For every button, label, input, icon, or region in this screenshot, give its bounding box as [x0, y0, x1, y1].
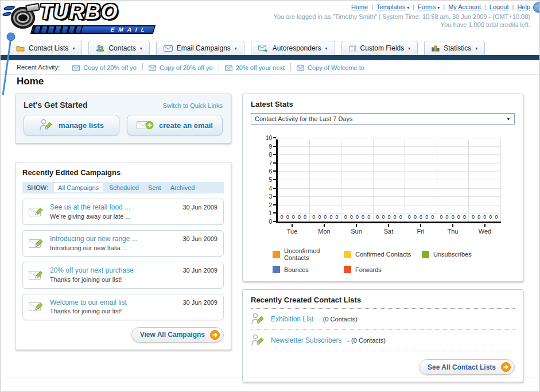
content-bottom-divider	[5, 378, 535, 378]
view-all-campaigns-button[interactable]: View All Campaigns	[131, 327, 224, 343]
bar-value-label: 0	[463, 214, 466, 220]
contact-list-link[interactable]: Exhibition List	[271, 315, 313, 323]
logo-subtitle: EMAIL	[110, 26, 149, 33]
activity-item[interactable]: Copy of 20% off yo	[72, 64, 137, 71]
campaign-row: Introducing our new range ...Introducing…	[22, 230, 224, 257]
activity-item-label: Copy of 20% off yo	[83, 64, 137, 71]
separator	[290, 63, 291, 71]
nav-link-home[interactable]: Home	[351, 3, 368, 10]
filter-all-campaigns[interactable]: All Campaigns	[54, 183, 103, 192]
separator: |	[371, 3, 373, 10]
envelope-pencil-icon	[29, 301, 44, 313]
separator: |	[443, 3, 445, 10]
campaign-title-link[interactable]: Introducing our new range ...	[50, 234, 138, 244]
y-axis-tick	[273, 146, 276, 147]
bar-value-label: 0	[350, 214, 353, 220]
main-nav: Contact Lists▾Contacts▾Email Campaigns▾A…	[1, 38, 539, 60]
bar-value-label: 0	[431, 214, 434, 220]
logo: TURBO EMAIL	[4, 2, 160, 36]
chevron-down-icon: ▾	[72, 46, 75, 51]
turbo-nozzle-icon	[25, 3, 40, 13]
x-axis-label: Wed	[469, 224, 501, 235]
campaign-subtitle: Introducing our new Italia ...	[50, 244, 138, 253]
activity-item[interactable]: Copy of Welcome to	[297, 64, 364, 71]
stats-period-value: Contact Activity for the Last 7 Days	[255, 115, 353, 122]
x-axis-tick	[292, 224, 293, 227]
x-axis-label: Sat	[372, 224, 405, 235]
activity-item[interactable]: Copy of 20% off yo	[149, 64, 213, 71]
activity-item[interactable]: 20% off your next	[225, 64, 285, 71]
create-an-email-button[interactable]: create an email	[127, 115, 223, 135]
x-axis-tick	[484, 224, 485, 227]
contact-list-link[interactable]: Newsletter Subscribers	[271, 336, 341, 344]
bar-value-label: 0	[286, 214, 289, 220]
chart-column: 00000	[341, 139, 374, 222]
y-axis-tick-label: 3	[262, 193, 272, 200]
tab-label: Email Campaigns	[177, 44, 231, 52]
left-column: Let's Get Started Switch to Quick Links …	[15, 94, 231, 350]
x-axis-label-text: Sun	[351, 228, 362, 235]
recent-activity-label: Recent Activity:	[17, 64, 60, 71]
filter-archived[interactable]: Archived	[170, 184, 195, 191]
campaigns-title: Recently Edited Campaigns	[22, 168, 224, 177]
y-axis-tick	[273, 196, 276, 197]
see-all-contact-lists-button[interactable]: See All Contact Lists	[419, 359, 515, 375]
activity-item-label: 20% off your next	[236, 64, 285, 71]
x-axis-label-text: Wed	[479, 228, 491, 235]
bar-value-label: 0	[477, 214, 480, 220]
legend-label: Confirmed Contacts	[355, 251, 411, 258]
campaign-title-link[interactable]: 20% off your next purchase	[50, 266, 134, 275]
nav-link-forms[interactable]: Forms	[418, 3, 436, 10]
envelope-pencil-icon	[29, 269, 44, 281]
tab-statistics[interactable]: Statistics▾	[424, 41, 485, 55]
tab-email-campaigns[interactable]: Email Campaigns▾	[156, 41, 244, 55]
bar-value-label: 0	[376, 214, 379, 220]
campaigns-panel: Recently Edited Campaigns SHOW: All Camp…	[15, 162, 231, 350]
credits-info: You have 1,000 total credits left.	[274, 21, 530, 28]
campaign-title-link[interactable]: See us at the retail food ...	[50, 203, 131, 212]
y-axis-tick	[273, 162, 276, 164]
y-axis-tick-label: 0	[262, 219, 272, 225]
manage-lists-button[interactable]: manage lists	[24, 115, 119, 135]
campaign-text: Welcome to our email listThanks for join…	[50, 298, 127, 316]
campaign-date: 30 Jun 2009	[182, 266, 217, 274]
nav-link-help[interactable]: Help	[517, 3, 530, 10]
campaign-text: Introducing our new range ...Introducing…	[50, 234, 138, 253]
campaign-row: See us at the retail food ...We're givin…	[22, 199, 224, 225]
nav-link-my-account[interactable]: My Account	[448, 3, 481, 10]
filter-sent[interactable]: Sent	[148, 184, 161, 191]
bar-value-label: 0	[394, 214, 397, 220]
chart-column: 00000	[469, 139, 501, 222]
nav-link-logout[interactable]: Logout	[490, 3, 509, 10]
stats-period-select[interactable]: Contact Activity for the Last 7 Days ▼	[251, 113, 515, 125]
campaign-subtitle: We're giving away our late ...	[50, 212, 131, 221]
arrow-circle-icon	[210, 330, 220, 340]
envelope-icon	[149, 65, 156, 71]
legend-item: Unsubscribes	[422, 247, 515, 261]
filter-scheduled[interactable]: Scheduled	[109, 184, 139, 191]
bar-value-label: 0	[425, 214, 428, 220]
nav-divider-bar	[1, 55, 539, 60]
legend-swatch	[422, 251, 429, 258]
legend-label: Unconfirmed Contacts	[284, 247, 344, 261]
bar-value-label: 0	[336, 214, 339, 220]
bar-value-label: 0	[318, 214, 321, 220]
page: TURBO EMAIL Home|Templates▾|Forms▾|My Ac…	[0, 0, 540, 392]
bar-value-label: 0	[446, 214, 449, 220]
switch-quick-links-link[interactable]: Switch to Quick Links	[162, 102, 223, 109]
y-axis-tick-label: 7	[262, 160, 272, 166]
chevron-down-icon: ▾	[407, 5, 409, 10]
tab-contacts[interactable]: Contacts▾	[88, 41, 149, 55]
campaign-title-link[interactable]: Welcome to our email list	[50, 298, 127, 308]
tab-autoresponders[interactable]: Autoresponders▾	[251, 41, 335, 55]
legend-item: Forwards	[344, 266, 422, 273]
tab-custom-fields[interactable]: Custom Fields▾	[341, 41, 418, 55]
chart-column: 00000	[278, 139, 310, 222]
envelope-pencil-icon	[29, 238, 44, 250]
bar-value-label: 0	[312, 214, 315, 220]
bar-value-label: 0	[356, 214, 359, 220]
campaign-date: 30 Jun 2009	[182, 203, 217, 211]
nav-link-templates[interactable]: Templates	[376, 3, 405, 10]
gridline	[278, 138, 501, 138]
contact-list-item: Exhibition List- (0 Contacts)	[251, 309, 515, 330]
